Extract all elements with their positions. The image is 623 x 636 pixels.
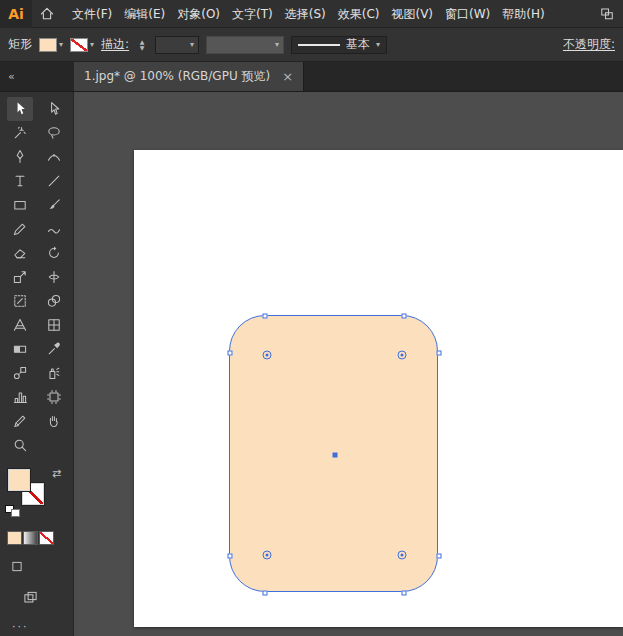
anchor-point[interactable] bbox=[228, 351, 233, 356]
fill-color-control[interactable]: ▾ bbox=[39, 38, 63, 52]
free-transform-tool[interactable] bbox=[7, 289, 33, 313]
stroke-weight-stepper[interactable]: ▲ ▼ bbox=[136, 39, 148, 51]
menu-bar: Ai 文件(F)编辑(E)对象(O)文字(T)选择(S)效果(C)视图(V)窗口… bbox=[0, 0, 623, 28]
live-corner-widget[interactable] bbox=[398, 551, 407, 560]
none-button[interactable] bbox=[39, 531, 54, 545]
arrange-documents-icon[interactable] bbox=[599, 6, 615, 21]
stroke-weight-label[interactable]: 描边: bbox=[101, 36, 129, 53]
screen-mode-button[interactable] bbox=[22, 590, 73, 606]
live-corner-widget[interactable] bbox=[398, 351, 407, 360]
rotate-tool[interactable] bbox=[41, 241, 67, 265]
anchor-point[interactable] bbox=[437, 554, 442, 559]
perspective-grid-tool-icon bbox=[12, 317, 28, 333]
blend-tool[interactable] bbox=[7, 361, 33, 385]
pencil-tool[interactable] bbox=[7, 217, 33, 241]
stepper-down-icon[interactable]: ▼ bbox=[136, 45, 148, 51]
hand-tool-icon bbox=[46, 413, 62, 429]
artboard-tool[interactable] bbox=[41, 385, 67, 409]
pen-tool[interactable] bbox=[7, 145, 33, 169]
scale-tool[interactable] bbox=[7, 265, 33, 289]
width-profile-dropdown[interactable]: ▾ bbox=[206, 36, 284, 54]
eyedropper-tool[interactable] bbox=[41, 337, 67, 361]
zoom-tool[interactable] bbox=[7, 433, 33, 457]
shape-builder-tool[interactable] bbox=[41, 289, 67, 313]
rounded-rectangle-shape[interactable] bbox=[229, 315, 438, 592]
document-tab[interactable]: 1.jpg* @ 100% (RGB/GPU 预览) × bbox=[74, 62, 304, 91]
type-tool-icon bbox=[12, 173, 28, 189]
magic-wand-tool[interactable] bbox=[7, 121, 33, 145]
anchor-point[interactable] bbox=[437, 351, 442, 356]
color-button[interactable] bbox=[7, 531, 22, 545]
brush-definition-label: 基本 bbox=[346, 36, 370, 53]
symbol-sprayer-tool[interactable] bbox=[41, 361, 67, 385]
canvas[interactable] bbox=[74, 92, 623, 636]
menu-item[interactable]: 文字(T) bbox=[226, 0, 279, 28]
anchor-point[interactable] bbox=[263, 314, 268, 319]
selection-tool[interactable] bbox=[7, 97, 33, 121]
opacity-label[interactable]: 不透明度: bbox=[563, 36, 615, 53]
screen-mode-icon bbox=[22, 590, 39, 606]
mesh-tool[interactable] bbox=[41, 313, 67, 337]
pen-tool-icon bbox=[12, 149, 28, 165]
live-corner-widget[interactable] bbox=[263, 551, 272, 560]
menu-item[interactable]: 对象(O) bbox=[171, 0, 226, 28]
type-tool[interactable] bbox=[7, 169, 33, 193]
app-logo[interactable]: Ai bbox=[0, 0, 32, 28]
stroke-color-swatch[interactable] bbox=[70, 38, 88, 52]
edit-toolbar-button[interactable]: ··· bbox=[12, 620, 73, 633]
eraser-tool[interactable] bbox=[7, 241, 33, 265]
home-icon[interactable] bbox=[32, 0, 62, 28]
anchor-point[interactable] bbox=[263, 591, 268, 596]
fill-well[interactable] bbox=[8, 469, 30, 491]
anchor-point[interactable] bbox=[228, 554, 233, 559]
shaper-tool-icon bbox=[46, 221, 62, 237]
menu-item[interactable]: 视图(V) bbox=[385, 0, 439, 28]
width-tool[interactable] bbox=[41, 265, 67, 289]
paintbrush-tool[interactable] bbox=[41, 193, 67, 217]
stroke-color-control[interactable]: ▾ bbox=[70, 38, 94, 52]
draw-normal-icon bbox=[9, 559, 25, 574]
tools-panel: ⇄ ··· bbox=[0, 92, 74, 636]
center-anchor-point[interactable] bbox=[332, 452, 337, 457]
direct-selection-tool[interactable] bbox=[41, 97, 67, 121]
line-segment-tool[interactable] bbox=[41, 169, 67, 193]
shape-builder-tool-icon bbox=[46, 293, 62, 309]
menu-item[interactable]: 效果(C) bbox=[332, 0, 386, 28]
anchor-point[interactable] bbox=[402, 591, 407, 596]
curvature-tool-icon bbox=[46, 149, 62, 165]
drawing-mode-button[interactable] bbox=[9, 559, 73, 574]
gradient-button[interactable] bbox=[23, 531, 38, 545]
artboard[interactable] bbox=[134, 150, 623, 627]
menu-item[interactable]: 文件(F) bbox=[66, 0, 118, 28]
brush-stroke-preview bbox=[298, 44, 340, 46]
menu-items: 文件(F)编辑(E)对象(O)文字(T)选择(S)效果(C)视图(V)窗口(W)… bbox=[66, 0, 551, 28]
menu-item[interactable]: 编辑(E) bbox=[118, 0, 171, 28]
swap-fill-stroke-icon[interactable]: ⇄ bbox=[52, 467, 61, 480]
lasso-tool[interactable] bbox=[41, 121, 67, 145]
lasso-tool-icon bbox=[46, 125, 62, 141]
chevron-down-icon[interactable]: ▾ bbox=[90, 40, 94, 49]
line-segment-tool-icon bbox=[46, 173, 62, 189]
menu-item[interactable]: 选择(S) bbox=[279, 0, 332, 28]
default-fill-stroke-icon[interactable] bbox=[5, 505, 20, 517]
anchor-point[interactable] bbox=[402, 314, 407, 319]
live-corner-widget[interactable] bbox=[263, 351, 272, 360]
tab-close-icon[interactable]: × bbox=[282, 69, 293, 84]
menu-item[interactable]: 帮助(H) bbox=[496, 0, 550, 28]
stroke-weight-dropdown[interactable]: ▾ bbox=[155, 36, 199, 54]
gradient-tool[interactable] bbox=[7, 337, 33, 361]
rectangle-tool[interactable] bbox=[7, 193, 33, 217]
hand-tool[interactable] bbox=[41, 409, 67, 433]
curvature-tool[interactable] bbox=[41, 145, 67, 169]
menu-item[interactable]: 窗口(W) bbox=[439, 0, 496, 28]
shaper-tool[interactable] bbox=[41, 217, 67, 241]
fill-color-swatch[interactable] bbox=[39, 38, 57, 52]
chevron-down-icon[interactable]: ▾ bbox=[59, 40, 63, 49]
slice-tool[interactable] bbox=[7, 409, 33, 433]
perspective-grid-tool[interactable] bbox=[7, 313, 33, 337]
document-tab-bar: « 1.jpg* @ 100% (RGB/GPU 预览) × bbox=[0, 62, 623, 92]
magic-wand-tool-icon bbox=[12, 125, 28, 141]
brush-definition-dropdown[interactable]: 基本 ▾ bbox=[291, 36, 387, 54]
column-graph-tool[interactable] bbox=[7, 385, 33, 409]
collapse-panel-icon[interactable]: « bbox=[0, 62, 74, 91]
